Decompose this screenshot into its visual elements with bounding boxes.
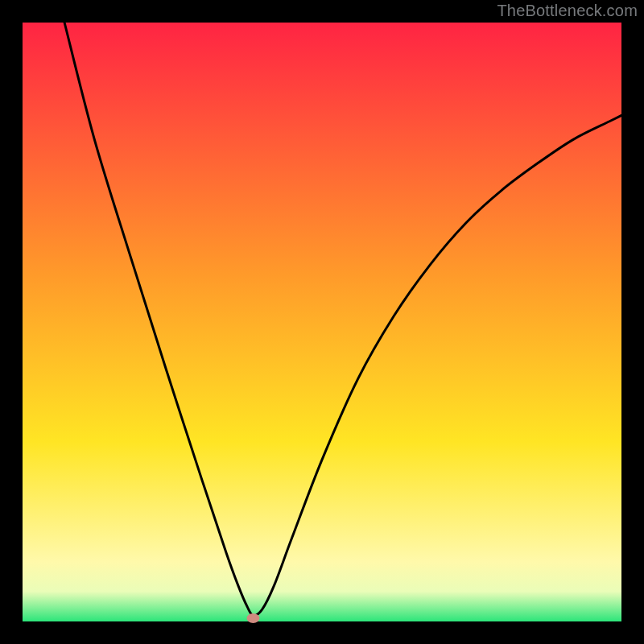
minimum-marker-icon	[246, 613, 259, 623]
bottleneck-chart	[0, 0, 644, 644]
attribution-label: TheBottleneck.com	[497, 2, 638, 20]
chart-plot-area	[23, 23, 621, 621]
chart-container: TheBottleneck.com	[0, 0, 644, 644]
